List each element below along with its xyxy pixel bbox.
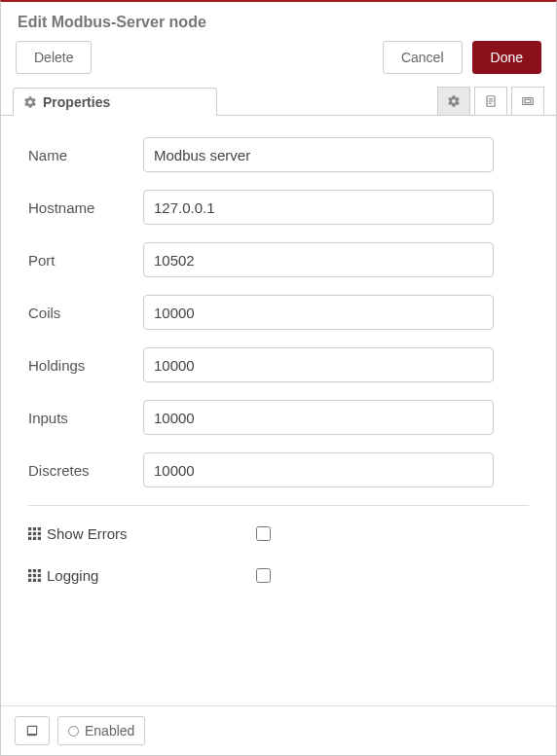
node-settings-button[interactable] (437, 87, 470, 116)
grid-icon (28, 527, 41, 540)
svg-rect-9 (28, 532, 31, 535)
inputs-label: Inputs (28, 410, 143, 426)
svg-rect-21 (28, 579, 31, 582)
svg-rect-13 (33, 537, 36, 540)
svg-rect-20 (38, 574, 41, 577)
delete-button[interactable]: Delete (16, 41, 92, 74)
svg-rect-16 (33, 569, 36, 572)
grid-icon (28, 569, 41, 582)
dialog-title: Edit Modbus-Server node (18, 14, 541, 31)
holdings-label: Holdings (28, 357, 143, 374)
show-errors-label: Show Errors (47, 525, 128, 542)
svg-rect-8 (38, 527, 41, 530)
svg-rect-4 (523, 98, 534, 105)
node-description-button[interactable] (474, 87, 507, 116)
svg-rect-15 (28, 569, 31, 572)
svg-rect-17 (38, 569, 41, 572)
show-errors-checkbox[interactable] (256, 526, 271, 541)
divider (28, 505, 529, 506)
discretes-label: Discretes (28, 462, 143, 479)
coils-input[interactable] (143, 295, 494, 330)
svg-rect-12 (28, 537, 31, 540)
svg-rect-10 (33, 532, 36, 535)
book-icon (25, 724, 39, 738)
discretes-input[interactable] (143, 452, 494, 487)
svg-rect-14 (38, 537, 41, 540)
gear-icon (447, 94, 461, 108)
svg-rect-11 (38, 532, 41, 535)
done-button[interactable]: Done (472, 41, 541, 74)
port-input[interactable] (143, 242, 494, 277)
hostname-input[interactable] (143, 190, 494, 225)
enabled-label: Enabled (85, 723, 134, 738)
svg-rect-7 (33, 527, 36, 530)
svg-rect-22 (33, 579, 36, 582)
gear-icon (23, 95, 37, 109)
properties-form: Name Hostname Port Coils Holdings Inputs… (1, 116, 556, 705)
logging-checkbox[interactable] (256, 568, 271, 583)
logging-label: Logging (47, 567, 98, 584)
hostname-label: Hostname (28, 199, 143, 216)
svg-rect-5 (525, 99, 531, 103)
svg-rect-19 (33, 574, 36, 577)
inputs-input[interactable] (143, 400, 494, 435)
svg-rect-23 (38, 579, 41, 582)
cancel-button[interactable]: Cancel (383, 41, 463, 74)
port-label: Port (28, 252, 143, 269)
node-help-button[interactable] (15, 716, 50, 745)
tab-label: Properties (43, 94, 110, 110)
holdings-input[interactable] (143, 347, 494, 382)
appearance-icon (521, 94, 535, 108)
name-label: Name (28, 147, 143, 163)
enabled-toggle-button[interactable]: Enabled (57, 716, 145, 745)
tab-properties[interactable]: Properties (13, 88, 217, 116)
name-input[interactable] (143, 137, 494, 172)
document-icon (484, 94, 498, 108)
svg-rect-6 (28, 527, 31, 530)
node-appearance-button[interactable] (511, 87, 544, 116)
circle-icon (68, 726, 79, 737)
svg-rect-18 (28, 574, 31, 577)
coils-label: Coils (28, 305, 143, 321)
